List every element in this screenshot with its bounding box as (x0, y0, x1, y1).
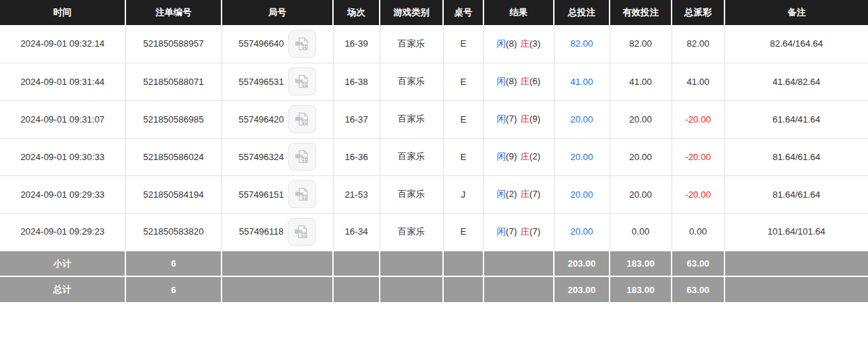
result-player-label: 闲 (497, 38, 506, 49)
round-number: 557496531 (238, 77, 284, 87)
result-player-label: 闲 (497, 189, 506, 199)
cell-time: 2024-09-01 09:31:07 (0, 100, 125, 138)
col-header-valid-bet: 有效投注 (610, 0, 672, 25)
subtotal-payout: 63.00 (672, 251, 724, 276)
col-header-bet-id: 注单编号 (125, 0, 222, 25)
round-number: 557496151 (238, 189, 284, 200)
result-banker-value: (2) (529, 151, 541, 161)
cell-valid-bet: 20.00 (610, 175, 672, 213)
cell-remark: 61.64/41.64 (724, 100, 868, 138)
cell-payout: 0.00 (672, 213, 724, 251)
bet-records-table: 时间 注单编号 局号 场次 游戏类别 桌号 结果 总投注 有效投注 总派彩 备注… (0, 0, 868, 302)
cell-payout: -20.00 (672, 100, 724, 138)
round-number: 557496324 (238, 152, 284, 162)
table-body: 2024-09-01 09:32:14 521850588957 5574966… (0, 25, 868, 251)
cell-table-no: E (443, 138, 483, 175)
result-banker-label: 庄 (520, 76, 529, 86)
cell-table-no: E (443, 63, 483, 100)
cell-time: 2024-09-01 09:31:44 (0, 63, 125, 100)
header-row: 时间 注单编号 局号 场次 游戏类别 桌号 结果 总投注 有效投注 总派彩 备注 (0, 0, 868, 25)
result-player-label: 闲 (497, 76, 506, 86)
cell-result: 闲(7)庄(9) (483, 100, 554, 138)
col-header-game-type: 游戏类别 (380, 0, 443, 25)
cell-session: 16-36 (333, 138, 380, 175)
result-player-value: (9) (506, 151, 517, 161)
cell-game-type: 百家乐 (380, 175, 443, 213)
cell-game-type: 百家乐 (380, 63, 443, 100)
cell-game-type: 百家乐 (380, 100, 443, 138)
cell-game-type: 百家乐 (380, 25, 443, 63)
cell-session: 16-39 (333, 25, 380, 63)
grand-total-row: 总计 6 203.00 183.00 63.00 (0, 276, 868, 302)
video-replay-button[interactable] (288, 30, 316, 58)
round-number: 557496420 (238, 114, 284, 125)
result-banker-label: 庄 (520, 226, 529, 237)
video-replay-button[interactable] (288, 143, 316, 171)
cell-result: 闲(8)庄(6) (483, 63, 554, 100)
cell-valid-bet: 41.00 (610, 63, 672, 100)
cell-table-no: E (443, 100, 483, 138)
video-file-icon (294, 148, 311, 165)
cell-game-type: 百家乐 (380, 138, 443, 175)
video-replay-button[interactable] (288, 68, 316, 95)
cell-total-bet: 41.00 (554, 63, 610, 100)
result-banker-label: 庄 (520, 151, 529, 161)
video-replay-button[interactable] (288, 180, 316, 208)
grand-total-label: 总计 (0, 276, 125, 302)
cell-bet-id: 521850588071 (125, 63, 222, 100)
cell-total-bet: 20.00 (554, 175, 610, 213)
cell-table-no: E (443, 213, 483, 251)
cell-round-no: 557496640 (222, 25, 333, 63)
subtotal-total-bet: 203.00 (554, 251, 610, 276)
subtotal-valid-bet: 183.00 (610, 251, 672, 276)
result-banker-label: 庄 (520, 38, 529, 49)
cell-session: 16-34 (333, 213, 380, 251)
cell-session: 16-38 (333, 63, 380, 100)
col-header-round-no: 局号 (222, 0, 333, 25)
cell-game-type: 百家乐 (380, 213, 443, 251)
cell-total-bet: 82.00 (554, 25, 610, 63)
table-row: 2024-09-01 09:31:07 521850586985 5574964… (0, 100, 868, 138)
video-file-icon (293, 223, 310, 240)
cell-bet-id: 521850588957 (125, 25, 222, 63)
video-file-icon (294, 186, 311, 203)
video-replay-button[interactable] (288, 105, 316, 133)
cell-payout: 82.00 (672, 25, 724, 63)
cell-round-no: 557496420 (222, 100, 333, 138)
cell-bet-id: 521850584194 (125, 175, 222, 213)
result-banker-value: (7) (529, 226, 541, 237)
result-banker-value: (9) (529, 113, 541, 124)
round-number: 557496118 (239, 226, 284, 237)
cell-valid-bet: 0.00 (610, 213, 672, 251)
result-player-value: (7) (506, 113, 517, 124)
result-player-label: 闲 (497, 151, 506, 161)
table-row: 2024-09-01 09:31:44 521850588071 5574965… (0, 63, 868, 100)
result-banker-value: (3) (529, 38, 541, 49)
result-player-value: (8) (506, 76, 517, 86)
cell-valid-bet: 82.00 (610, 25, 672, 63)
video-replay-button[interactable] (288, 218, 316, 246)
result-banker-label: 庄 (520, 189, 529, 199)
table-footer: 小计 6 203.00 183.00 63.00 总计 6 203.00 183… (0, 251, 868, 302)
col-header-time: 时间 (0, 0, 125, 25)
cell-bet-id: 521850586024 (125, 138, 222, 175)
result-player-label: 闲 (497, 226, 506, 237)
grand-total-valid-bet: 183.00 (610, 276, 672, 302)
subtotal-row: 小计 6 203.00 183.00 63.00 (0, 251, 868, 276)
cell-bet-id: 521850583820 (125, 213, 222, 251)
subtotal-label: 小计 (0, 251, 125, 276)
cell-result: 闲(7)庄(7) (483, 213, 554, 251)
cell-result: 闲(8)庄(3) (483, 25, 554, 63)
table-header: 时间 注单编号 局号 场次 游戏类别 桌号 结果 总投注 有效投注 总派彩 备注 (0, 0, 868, 25)
cell-result: 闲(9)庄(2) (483, 138, 554, 175)
table-row: 2024-09-01 09:29:23 521850583820 5574961… (0, 213, 868, 251)
col-header-payout: 总派彩 (672, 0, 724, 25)
cell-total-bet: 20.00 (554, 213, 610, 251)
table-row: 2024-09-01 09:29:33 521850584194 5574961… (0, 175, 868, 213)
table-row: 2024-09-01 09:30:33 521850586024 5574963… (0, 138, 868, 175)
cell-round-no: 557496324 (222, 138, 333, 175)
cell-time: 2024-09-01 09:29:23 (0, 213, 125, 251)
cell-remark: 81.64/61.64 (724, 175, 868, 213)
cell-payout: -20.00 (672, 138, 724, 175)
subtotal-count: 6 (125, 251, 222, 276)
